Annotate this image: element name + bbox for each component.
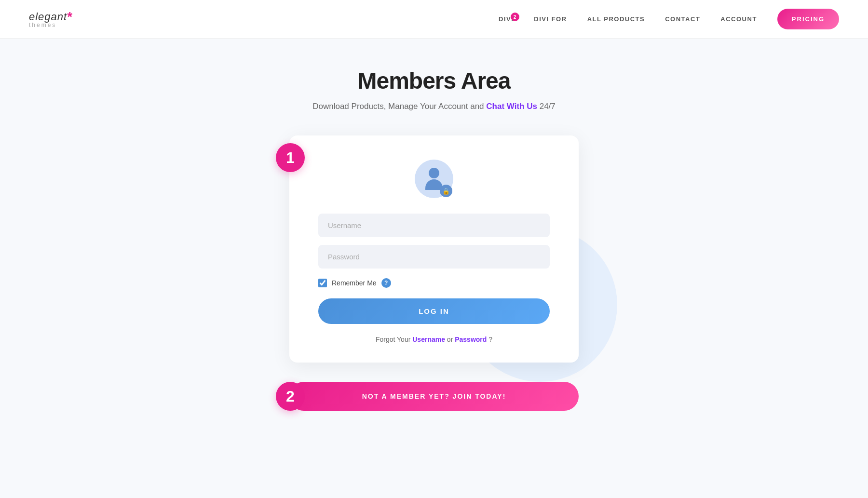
- logo: elegant * themes: [29, 10, 72, 28]
- header: elegant * themes DIVI 2 DIVI FOR ALL PRO…: [0, 0, 868, 39]
- join-section: 2 NOT A MEMBER YET? JOIN TODAY!: [289, 382, 579, 411]
- forgot-or: or: [447, 336, 453, 343]
- logo-block: elegant * themes: [29, 10, 72, 28]
- forgot-username-link[interactable]: Username: [412, 336, 445, 343]
- page-title: Members Area: [357, 67, 510, 94]
- join-button[interactable]: NOT A MEMBER YET? JOIN TODAY!: [289, 382, 579, 411]
- step-2-badge: 2: [276, 382, 305, 411]
- subtitle-after: 24/7: [540, 102, 556, 111]
- avatar-head: [429, 168, 439, 178]
- main-content: Members Area Download Products, Manage Y…: [0, 39, 868, 449]
- login-card-wrapper: 1 🔒: [289, 135, 579, 363]
- username-input[interactable]: [318, 214, 550, 237]
- nav-divi-for-label: DIVI FOR: [534, 15, 567, 23]
- pricing-button[interactable]: PRICING: [777, 9, 839, 29]
- nav-item-divi[interactable]: DIVI 2: [491, 12, 521, 27]
- main-nav: DIVI 2 DIVI FOR ALL PRODUCTS CONTACT ACC…: [491, 9, 839, 29]
- user-icon: [425, 168, 443, 190]
- login-card: 🔒 Remember Me ? LOG IN Forgot Your Usern…: [289, 135, 579, 363]
- logo-sub: themes: [29, 22, 72, 28]
- divi-badge: 2: [511, 13, 519, 21]
- nav-all-products-label: ALL PRODUCTS: [587, 15, 645, 23]
- lock-icon: 🔒: [440, 185, 452, 197]
- help-icon[interactable]: ?: [381, 278, 391, 288]
- nav-account-label: ACCOUNT: [720, 15, 757, 23]
- forgot-prefix: Forgot Your: [376, 336, 410, 343]
- chat-link[interactable]: Chat With Us: [486, 102, 537, 111]
- remember-me-row: Remember Me ?: [318, 278, 550, 288]
- remember-me-label: Remember Me: [332, 279, 377, 287]
- nav-item-divi-for[interactable]: DIVI FOR: [526, 12, 574, 27]
- forgot-suffix: ?: [488, 336, 492, 343]
- nav-contact-label: CONTACT: [665, 15, 700, 23]
- avatar-wrap: 🔒: [318, 160, 550, 198]
- forgot-row: Forgot Your Username or Password ?: [318, 336, 550, 343]
- page-subtitle: Download Products, Manage Your Account a…: [312, 102, 556, 111]
- remember-me-checkbox[interactable]: [318, 279, 327, 287]
- step-1-badge: 1: [276, 143, 305, 172]
- nav-item-all-products[interactable]: ALL PRODUCTS: [580, 12, 653, 27]
- nav-item-account[interactable]: ACCOUNT: [713, 12, 765, 27]
- avatar: 🔒: [415, 160, 453, 198]
- forgot-password-link[interactable]: Password: [455, 336, 487, 343]
- subtitle-before: Download Products, Manage Your Account a…: [312, 102, 484, 111]
- password-input[interactable]: [318, 245, 550, 269]
- login-button[interactable]: LOG IN: [318, 298, 550, 324]
- nav-item-contact[interactable]: CONTACT: [657, 12, 708, 27]
